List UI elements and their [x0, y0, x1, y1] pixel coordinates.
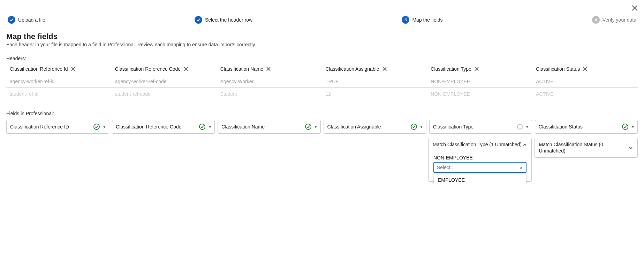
match-type-header: Match Classification Type (1 Unmatched) — [433, 142, 522, 148]
step-number: 4 — [592, 16, 600, 24]
step-header-row: Select the header row — [195, 16, 252, 24]
col-header: Classification Status — [532, 63, 638, 75]
svg-point-2 — [305, 124, 311, 130]
page-subtitle: Each header in your file is mapped to a … — [6, 42, 638, 47]
table-row: agency-worker-ref-id agency-worker-ref-c… — [6, 75, 638, 88]
match-status-header: Match Classification Status (0 Unmatched… — [539, 142, 629, 154]
field-label: Classification Type — [433, 124, 517, 130]
match-type-dropdown: EMPLOYEE NON_EMPLOYEE — [434, 174, 526, 184]
match-type-body: NON-EMPLOYEE ▲ EMPLOYEE NON_EMPLOYEE — [429, 151, 531, 181]
cell: Agency Worker — [217, 76, 322, 87]
field-select-ref-id[interactable]: Classification Reference ID ▼ — [6, 120, 109, 134]
col-header: Classification Reference Id — [6, 63, 112, 75]
match-panels-row: Match Classification Type (1 Unmatched) … — [0, 136, 644, 184]
step-map-fields: 3 Map the fields — [402, 16, 442, 24]
page-heading: Map the fields Each header in your file … — [0, 30, 644, 52]
page-title: Map the fields — [6, 32, 638, 41]
remove-column-icon[interactable] — [71, 66, 76, 71]
step-label: Map the fields — [412, 17, 442, 23]
step-verify: 4 Verify your data — [592, 16, 636, 24]
table-row: student-ref-id student-ref-code Student … — [6, 88, 638, 100]
chevron-down-icon: ▼ — [208, 125, 212, 129]
step-divider — [446, 20, 589, 20]
chevron-up-icon — [522, 142, 527, 147]
field-select-name[interactable]: Classification Name ▼ — [218, 120, 320, 134]
remove-column-icon[interactable] — [474, 66, 479, 71]
remove-column-icon[interactable] — [583, 66, 588, 71]
svg-point-1 — [199, 124, 205, 130]
cell: NON-EMPLOYEE — [427, 76, 532, 87]
close-button[interactable] — [631, 5, 638, 11]
field-select-assignable[interactable]: Classification Assignable ▼ — [324, 120, 426, 134]
match-value-label: NON-EMPLOYEE — [433, 155, 526, 161]
col-header: Classification Type — [427, 63, 532, 75]
caret-up-icon: ▲ — [520, 165, 523, 169]
svg-point-4 — [622, 124, 628, 130]
headers-label: Headers: — [0, 52, 644, 63]
cell: student-ref-code — [112, 88, 217, 100]
cell: ACTIVE — [532, 88, 638, 100]
cell: student-ref-id — [6, 88, 112, 100]
stepper: Upload a file Select the header row 3 Ma… — [0, 0, 644, 30]
headers-table: Classification Reference Id Classificati… — [0, 63, 644, 100]
remove-column-icon[interactable] — [382, 66, 387, 71]
headers-row-head: Classification Reference Id Classificati… — [6, 63, 638, 75]
field-label: Classification Reference ID — [10, 124, 93, 130]
match-status-panel: Match Classification Status (0 Unmatched… — [535, 138, 638, 158]
field-label: Classification Assignable — [327, 124, 411, 130]
status-pending-icon — [517, 124, 523, 130]
chevron-down-icon: ▼ — [420, 125, 423, 129]
check-icon — [8, 16, 15, 24]
remove-column-icon[interactable] — [183, 66, 188, 71]
fields-row: Classification Reference ID ▼ Classifica… — [0, 118, 644, 136]
col-header: Classification Name — [217, 63, 322, 75]
fields-label: Fields in Professional: — [0, 100, 644, 118]
col-header: Classification Reference Code — [112, 63, 217, 75]
field-select-status[interactable]: Classification Status ▼ — [535, 120, 638, 134]
field-label: Classification Status — [539, 124, 622, 130]
step-label: Upload a file — [18, 17, 45, 23]
status-ok-icon — [622, 124, 628, 130]
field-select-ref-code[interactable]: Classification Reference Code ▼ — [112, 120, 215, 134]
match-status-toggle[interactable]: Match Classification Status (0 Unmatched… — [535, 138, 638, 157]
chevron-down-icon: ▼ — [631, 125, 635, 129]
col-header: Classification Assignable — [322, 63, 427, 75]
step-divider — [256, 20, 398, 20]
cell: Student — [217, 88, 322, 100]
chevron-down-icon: ▼ — [525, 125, 529, 129]
cell: agency-worker-ref-code — [112, 76, 217, 87]
status-ok-icon — [199, 124, 205, 130]
cell: 12 — [322, 88, 427, 100]
svg-point-3 — [411, 124, 417, 130]
match-type-toggle[interactable]: Match Classification Type (1 Unmatched) — [429, 138, 531, 151]
match-type-select[interactable]: ▲ EMPLOYEE NON_EMPLOYEE — [433, 162, 526, 173]
cell: NON-EMPLOYEE — [427, 88, 532, 100]
step-number: 3 — [402, 16, 409, 24]
match-type-input[interactable] — [437, 165, 520, 170]
step-divider — [49, 20, 191, 20]
chevron-down-icon — [628, 146, 633, 150]
cell: TRUE — [322, 76, 427, 87]
field-select-type[interactable]: Classification Type ▼ — [429, 120, 532, 134]
remove-column-icon[interactable] — [266, 66, 271, 71]
svg-point-0 — [94, 124, 99, 130]
check-icon — [195, 16, 202, 24]
cell: agency-worker-ref-id — [6, 76, 112, 87]
field-label: Classification Reference Code — [116, 124, 199, 130]
cell: ACTIVE — [532, 76, 638, 87]
step-label: Select the header row — [205, 17, 252, 23]
field-label: Classification Name — [221, 124, 305, 130]
step-label: Verify your data — [603, 17, 636, 23]
status-ok-icon — [411, 124, 417, 130]
chevron-down-icon: ▼ — [103, 125, 106, 129]
status-ok-icon — [305, 124, 311, 130]
match-type-panel: Match Classification Type (1 Unmatched) … — [428, 138, 532, 182]
status-ok-icon — [93, 124, 100, 130]
chevron-down-icon: ▼ — [314, 125, 318, 129]
step-upload: Upload a file — [8, 16, 45, 24]
dropdown-option-employee[interactable]: EMPLOYEE — [434, 174, 526, 184]
